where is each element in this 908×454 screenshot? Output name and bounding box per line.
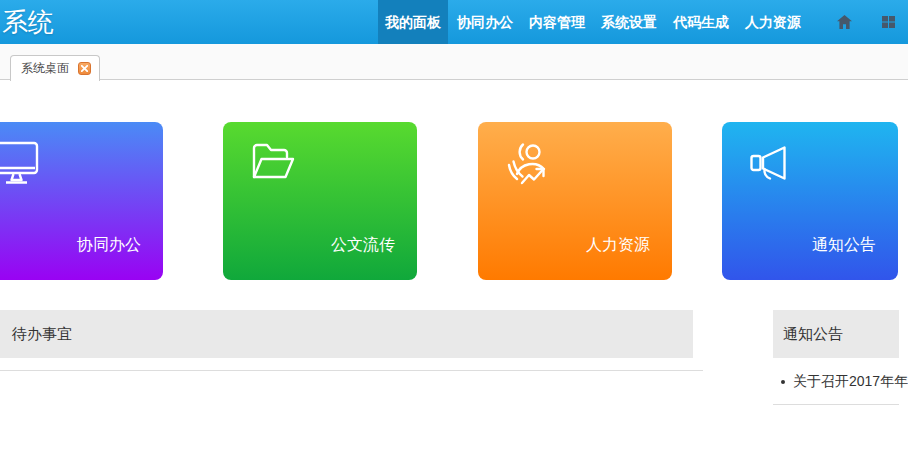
close-icon[interactable] (78, 62, 91, 75)
tile-collaboration[interactable]: 协同办公 (0, 122, 163, 280)
tile-label: 公文流传 (331, 235, 395, 256)
nav-item-hr[interactable]: 人力资源 (738, 0, 808, 44)
megaphone-icon (749, 141, 793, 189)
tab-bar: 系统桌面 (0, 44, 908, 80)
grid-icon[interactable] (882, 0, 895, 44)
monitor-icon (0, 141, 40, 189)
tab-label: 系统桌面 (21, 60, 69, 77)
tile-label: 人力资源 (586, 235, 650, 256)
top-header: 系统 我的面板 协同办公 内容管理 系统设置 代码生成 人力资源 (0, 0, 908, 44)
app-window: 系统 我的面板 协同办公 内容管理 系统设置 代码生成 人力资源 系 (0, 0, 908, 454)
nav-item-content-mgmt[interactable]: 内容管理 (522, 0, 592, 44)
notice-panel-header: 通知公告 (773, 310, 899, 358)
folder-open-icon (250, 141, 296, 187)
app-title: 系统 (2, 0, 54, 44)
nav-item-code-generation[interactable]: 代码生成 (666, 0, 736, 44)
nav-item-collaboration[interactable]: 协同办公 (450, 0, 520, 44)
nav-item-my-dashboard[interactable]: 我的面板 (378, 0, 448, 44)
notice-item-text: 关于召开2017年年 (793, 373, 908, 391)
tile-hr[interactable]: 人力资源 (478, 122, 672, 280)
todo-panel-header: 待办事宜 (0, 310, 693, 358)
main-nav: 我的面板 协同办公 内容管理 系统设置 代码生成 人力资源 (377, 0, 895, 44)
divider (773, 404, 899, 405)
tab-system-desktop[interactable]: 系统桌面 (10, 55, 100, 81)
todo-panel-title: 待办事宜 (0, 310, 693, 358)
bullet-icon (781, 380, 785, 384)
tile-document-flow[interactable]: 公文流传 (223, 122, 417, 280)
nav-item-system-settings[interactable]: 系统设置 (594, 0, 664, 44)
home-icon[interactable] (837, 0, 852, 44)
divider (0, 370, 703, 371)
tile-label: 协同办公 (77, 235, 141, 256)
tile-notices[interactable]: 通知公告 (722, 122, 898, 280)
person-growth-icon (505, 141, 553, 193)
notice-panel-title: 通知公告 (773, 310, 899, 358)
notice-item[interactable]: 关于召开2017年年 (781, 362, 908, 402)
tile-label: 通知公告 (812, 235, 876, 256)
